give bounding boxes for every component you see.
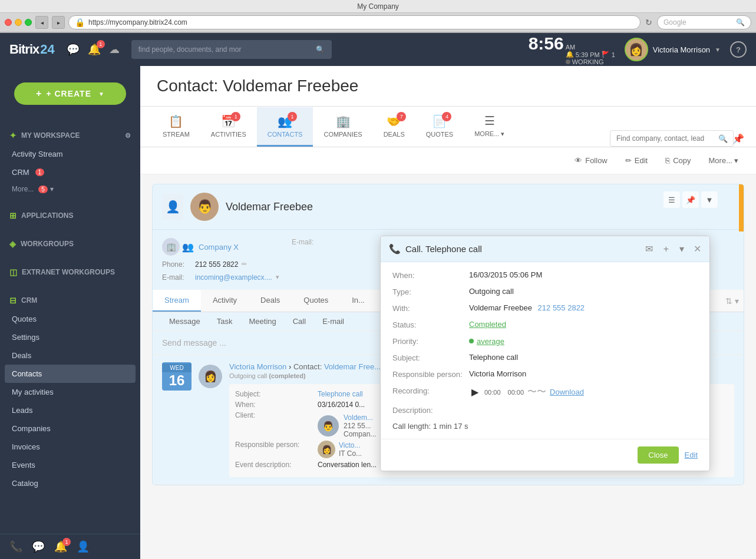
tab-contacts[interactable]: 👥 1 CONTACTS [257,107,313,147]
cloud-icon[interactable]: ☁ [109,43,120,56]
call-add-icon[interactable]: + [660,243,672,256]
user-profile[interactable]: 👩 Victoria Morrison ▼ [625,38,721,61]
browser-maximize-btn[interactable] [25,19,32,26]
activity-tab-meeting[interactable]: Meeting [242,312,283,330]
company-link[interactable]: 🏢 👥 Company X [162,238,280,256]
stream-tab-activity[interactable]: Activity [201,290,249,312]
sidebar-item-quotes[interactable]: Quotes [0,310,140,328]
applications-header[interactable]: ⊞ APPLICATIONS [0,206,140,225]
sidebar-item-events[interactable]: Events [0,456,140,474]
chat-icon[interactable]: 💬 [67,43,80,56]
sidebar-item-contacts[interactable]: Contacts [5,365,136,383]
notification-bell[interactable]: 🔔 1 [88,43,101,56]
sidebar-bottom-bar: 📞 💬 🔔 1 👤 [0,534,140,559]
edit-button[interactable]: ✏ Edit [619,153,653,168]
browser-minimize-btn[interactable] [15,19,22,26]
close-button[interactable]: Close [638,446,678,464]
tab-quotes[interactable]: 📄 4 QUOTES [415,107,464,147]
my-workspace-header[interactable]: ✦ MY WORKSPACE ⚙ [0,126,140,145]
card-list-btn[interactable]: ☰ [663,191,680,208]
call-popup-header: 📞 Call. Telephone call ✉ + ▾ ✕ [381,236,709,262]
priority-text[interactable]: average [477,337,504,346]
browser-forward-btn[interactable]: ▸ [52,16,65,29]
tab-search-input[interactable] [610,130,734,147]
sidebar-item-invoices[interactable]: Invoices [0,438,140,456]
call-status-value[interactable]: Completed [469,320,506,329]
sidebar-item-catalog[interactable]: Catalog [0,474,140,492]
applications-section: ⊞ APPLICATIONS [0,201,140,230]
url-bar[interactable]: 🔒 https://mycompany.bitrix24.com [68,15,641,29]
stream-tab-stream[interactable]: Stream [153,290,201,312]
call-email-icon[interactable]: ✉ [642,242,656,256]
phone-icon[interactable]: 📞 [9,540,22,553]
sidebar-item-deals[interactable]: Deals [0,346,140,365]
person-icon[interactable]: 👤 [77,540,90,553]
call-field-description: Description: [392,405,698,415]
tab-activities[interactable]: 📅 1 ACTIVITIES [200,107,257,147]
tab-stream[interactable]: 📋 STREAM [152,107,200,147]
browser-close-btn[interactable] [5,19,12,26]
client-name-link[interactable]: Voldem... [344,414,376,422]
play-button[interactable]: ▶ [469,386,481,398]
tab-search-area: 🔍 📌 [610,130,744,147]
sidebar-item-leads[interactable]: Leads [0,401,140,419]
create-button[interactable]: + + CREATE ▼ [14,82,126,105]
copy-button[interactable]: ⎘ Copy [659,153,696,168]
responsible-name[interactable]: Victo... [339,441,362,449]
stream-tab-deals[interactable]: Deals [249,290,292,312]
chat-bottom-icon[interactable]: 💬 [32,540,45,553]
gear-icon[interactable]: ⚙ [125,132,131,140]
browser-search-bar[interactable]: Google 🔍 [657,15,751,29]
follow-button[interactable]: 👁 Follow [569,153,613,168]
card-collapse-btn[interactable]: ▼ [701,191,718,208]
client-company: Compan... [344,430,376,438]
collapse-icon[interactable]: ▾ [735,296,739,306]
sort-icon[interactable]: ⇅ [725,296,732,306]
activity-tab-call[interactable]: Call [286,312,313,330]
crm-section-header[interactable]: ⊟ CRM [0,291,140,310]
call-popup-title: Call. Telephone call [405,244,637,254]
tab-deals[interactable]: 🤝 7 DEALS [373,107,415,147]
feed-contact-link[interactable]: Voldemar Free... [324,362,381,371]
activity-tab-task[interactable]: Task [210,312,240,330]
more-actions-button[interactable]: More... ▾ [703,153,744,168]
workgroups-header[interactable]: ◈ WORKGROUPS [0,234,140,253]
extranet-section: ◫ EXTRANET WORKGROUPS [0,258,140,286]
call-phone-link[interactable]: 212 555 2822 [538,303,585,312]
call-close-btn[interactable]: ✕ [694,243,701,254]
extranet-header[interactable]: ◫ EXTRANET WORKGROUPS [0,263,140,282]
feed-subject-link[interactable]: Telephone call [318,390,363,398]
call-field-status: Status: Completed [392,320,698,329]
feed-user-name[interactable]: Victoria Morrison [229,362,286,371]
bell-bottom[interactable]: 🔔 1 [54,540,67,553]
sidebar-item-activity-stream[interactable]: Activity Stream [0,145,140,163]
stream-tab-in[interactable]: In... [340,290,377,312]
pin-icon[interactable]: 📌 [732,133,744,144]
tab-more[interactable]: ☰ MORE... ▾ [464,107,515,147]
companies-icon: 🏢 [336,114,351,128]
browser-search-icon: 🔍 [736,18,745,27]
sidebar-item-settings[interactable]: Settings [0,328,140,346]
sidebar-item-crm[interactable]: CRM 1 [0,163,140,181]
activity-tab-message[interactable]: Message [162,312,207,330]
email-dropdown-icon[interactable]: ▾ [276,273,279,282]
tab-companies[interactable]: 🏢 COMPANIES [313,107,372,147]
activity-tab-email[interactable]: E-mail [315,312,351,330]
download-link[interactable]: Download [550,388,584,396]
header-search[interactable]: find people, documents, and mor 🔍 [131,40,332,59]
orange-bar [739,184,744,231]
help-button[interactable]: ? [730,41,747,58]
card-pin-btn[interactable]: 📌 [682,191,699,208]
browser-back-btn[interactable]: ◂ [35,16,48,29]
popup-edit-link[interactable]: Edit [685,451,698,459]
call-menu-icon[interactable]: ▾ [676,242,688,256]
sidebar-item-my-activities[interactable]: My activities [0,383,140,401]
refresh-btn[interactable]: ↻ [644,18,653,27]
sidebar-item-companies[interactable]: Companies [0,419,140,438]
stream-tab-quotes[interactable]: Quotes [292,290,340,312]
phone-edit-icon[interactable]: ✏ [242,260,247,269]
responsible-details: Victo... IT Co... [339,441,362,458]
quotes-icon: 📄 4 [432,114,447,128]
deals-badge: 7 [397,112,406,121]
sidebar-more[interactable]: More... 5 ▾ [0,181,140,197]
